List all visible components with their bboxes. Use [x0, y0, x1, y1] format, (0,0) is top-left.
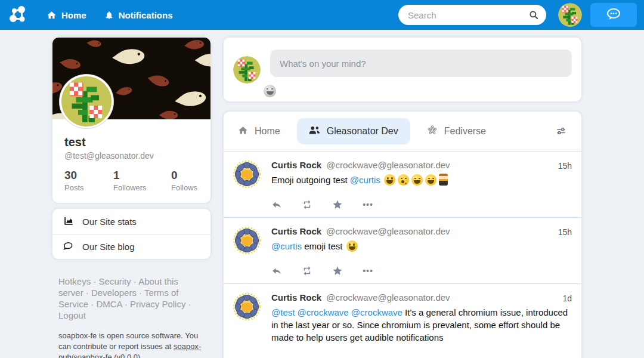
site-stats-label: Our Site stats [82, 217, 137, 227]
profile-stats: 30 Posts 1 Followers 0 Follows [52, 161, 210, 203]
sliders-icon[interactable] [555, 125, 567, 137]
profile-card: test @test@gleasonator.dev 30 Posts 1 Fo… [52, 38, 210, 203]
post-author-name[interactable]: Curtis Rock [271, 292, 321, 303]
top-navbar: Home Notifications [0, 0, 644, 30]
stat-posts-label: Posts [64, 183, 113, 192]
post-timestamp[interactable]: 15h [558, 161, 572, 171]
home-icon [238, 125, 248, 138]
search-input[interactable] [398, 5, 546, 25]
post-author-name[interactable]: Curtis Rock [271, 160, 321, 170]
emoji-grin [384, 174, 395, 186]
composer-avatar[interactable] [233, 56, 261, 84]
profile-avatar[interactable] [60, 75, 113, 128]
stat-followers-label: Followers [113, 183, 171, 192]
post-content: @test @crockwave @crockwave It's a gener… [271, 306, 572, 344]
post-author-handle: @crockwave@gleasonator.dev [326, 160, 450, 170]
tab-home-label: Home [255, 126, 280, 137]
tab-home[interactable]: Home [238, 118, 280, 145]
favourite-icon[interactable] [332, 199, 343, 210]
site-links-card: Our Site stats Our Site blog [52, 209, 210, 259]
about-post: (v0.0.0). [112, 353, 143, 358]
post-author-avatar[interactable] [233, 292, 261, 321]
footer-link[interactable]: Developers [91, 288, 137, 298]
tab-gleasonator-dev[interactable]: Gleasonator Dev [297, 118, 410, 144]
post-author-name[interactable]: Curtis Rock [271, 226, 321, 236]
post-timestamp[interactable]: 15h [558, 227, 572, 237]
site-stats-link[interactable]: Our Site stats [52, 209, 210, 234]
left-sidebar: test @test@gleasonator.dev 30 Posts 1 Fo… [52, 38, 210, 358]
timeline-card: Home Gleasonator Dev [224, 112, 581, 358]
repost-icon[interactable] [302, 266, 312, 276]
stat-follows-value: 0 [171, 169, 199, 182]
nav-home-label: Home [61, 10, 86, 20]
post-1: 15h Curtis Rock @crockwave@gleasonator.d… [224, 152, 581, 217]
search-icon[interactable] [528, 10, 539, 23]
area-chart-icon [63, 215, 74, 228]
stat-followers-value: 1 [113, 169, 171, 182]
post-2: 15h Curtis Rock @crockwave@gleasonator.d… [224, 218, 581, 283]
chat-bubble-icon [605, 7, 622, 23]
text-segment [380, 175, 383, 185]
comment-icon [63, 240, 74, 253]
chat-button[interactable] [590, 3, 637, 27]
emoji-grin [346, 240, 358, 252]
post-timestamp[interactable]: 1d [562, 294, 572, 303]
repost-icon[interactable] [302, 199, 312, 210]
composer-field [270, 50, 572, 90]
emoji-laugh [411, 174, 423, 186]
more-icon[interactable]: ••• [363, 266, 373, 276]
tab-fediverse-label: Fediverse [444, 126, 486, 137]
composer-input[interactable] [270, 50, 572, 77]
footer-links: Hotkeys · Security · About this server ·… [58, 276, 197, 321]
nav-home[interactable]: Home [47, 10, 86, 20]
post-author-avatar[interactable] [233, 226, 261, 255]
soapbox-logo[interactable] [7, 4, 29, 26]
footer-link[interactable]: Privacy Policy [130, 299, 185, 309]
home-icon [47, 10, 57, 20]
nav-notifications-label: Notifications [119, 10, 173, 20]
site-blog-label: Our Site blog [82, 242, 135, 252]
more-icon[interactable]: ••• [363, 199, 373, 210]
stat-follows[interactable]: 0 Follows [171, 169, 199, 192]
post-actions: ••• [271, 199, 572, 210]
footer-link[interactable]: Hotkeys [58, 276, 91, 286]
text-segment: emoji test [302, 241, 345, 251]
custom-emoji [439, 174, 448, 186]
mention-link[interactable]: @crockwave [351, 307, 402, 317]
footer-link[interactable]: Security [99, 276, 131, 286]
account-avatar[interactable] [558, 3, 582, 27]
composer-card [224, 38, 581, 101]
users-icon [309, 125, 320, 137]
search-box [398, 5, 546, 25]
profile-display-name: test [64, 135, 199, 149]
emoji-kiss [398, 174, 409, 186]
tab-fediverse[interactable]: Fediverse [427, 118, 486, 145]
mention-link[interactable]: @crockwave [298, 307, 349, 317]
main-column: Home Gleasonator Dev [224, 38, 581, 358]
nav-notifications[interactable]: Notifications [104, 10, 173, 20]
mention-link[interactable]: @curtis [271, 241, 302, 251]
bell-icon [104, 10, 114, 20]
reply-icon[interactable] [271, 199, 282, 210]
mention-link[interactable]: @curtis [350, 175, 380, 185]
stat-follows-label: Follows [171, 183, 199, 192]
post-content: @curtis emoji test [271, 240, 572, 252]
fediverse-icon [427, 125, 438, 138]
site-blog-link[interactable]: Our Site blog [52, 234, 210, 259]
mention-link[interactable]: @test [271, 307, 295, 317]
page-content: test @test@gleasonator.dev 30 Posts 1 Fo… [0, 30, 644, 358]
reply-icon[interactable] [271, 266, 282, 276]
post-author-avatar[interactable] [233, 160, 261, 189]
emoji-picker-icon[interactable] [264, 85, 276, 97]
post-author-handle: @crockwave@gleasonator.dev [326, 226, 450, 236]
footer-link[interactable]: DMCA [96, 299, 122, 309]
post-content: Emoji outgoing test @curtis [271, 174, 572, 186]
post-author-handle: @crockwave@gleasonator.dev [326, 292, 450, 303]
stat-followers[interactable]: 1 Followers [113, 169, 171, 192]
favourite-icon[interactable] [332, 266, 343, 276]
footer-link[interactable]: Logout [58, 310, 86, 320]
stat-posts-value: 30 [64, 169, 113, 182]
stat-posts[interactable]: 30 Posts [64, 169, 113, 192]
about-text: soapbox-fe is open source software. You … [58, 331, 206, 358]
profile-handle: @test@gleasonator.dev [64, 151, 199, 161]
